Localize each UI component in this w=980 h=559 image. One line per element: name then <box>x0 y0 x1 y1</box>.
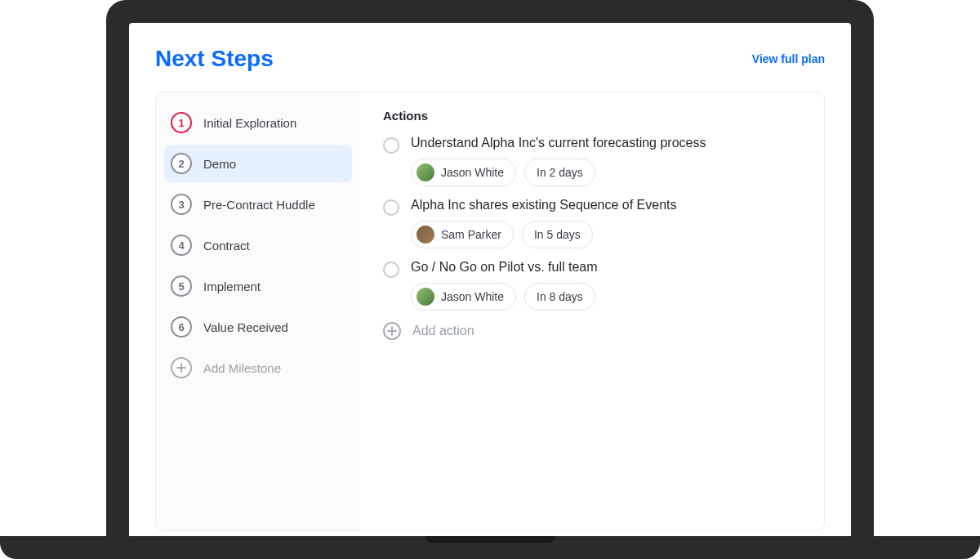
action-body: Understand Alpha Inc's current forecasti… <box>411 136 801 186</box>
plus-icon <box>171 357 192 378</box>
due-chip[interactable]: In 8 days <box>524 283 595 311</box>
milestone-label: Value Received <box>203 320 288 334</box>
action-title: Alpha Inc shares existing Sequence of Ev… <box>411 198 801 212</box>
laptop-bezel: Next Steps View full plan 1Initial Explo… <box>106 0 874 539</box>
action-item: Understand Alpha Inc's current forecasti… <box>383 136 801 186</box>
milestone-label: Demo <box>203 157 236 171</box>
milestone-label: Initial Exploration <box>203 116 296 130</box>
plan-panel: 1Initial Exploration2Demo3Pre-Contract H… <box>155 92 825 531</box>
due-chip[interactable]: In 2 days <box>524 159 595 186</box>
actions-panel: Actions Understand Alpha Inc's current f… <box>360 92 824 530</box>
milestone-item-5[interactable]: 5Implement <box>164 267 352 305</box>
add-action-button[interactable]: Add action <box>383 322 801 340</box>
action-title: Understand Alpha Inc's current forecasti… <box>411 136 801 150</box>
page-title: Next Steps <box>155 46 274 72</box>
milestone-number-badge: 5 <box>171 275 192 297</box>
milestone-number-badge: 6 <box>171 316 192 338</box>
milestone-item-1[interactable]: 1Initial Exploration <box>164 104 352 141</box>
action-body: Alpha Inc shares existing Sequence of Ev… <box>411 198 801 248</box>
milestone-item-2[interactable]: 2Demo <box>164 145 352 182</box>
add-milestone-label: Add Milestone <box>203 361 281 375</box>
action-item: Go / No Go on Pilot vs. full teamJason W… <box>383 260 801 311</box>
action-chips: Sam ParkerIn 5 days <box>411 221 801 248</box>
header: Next Steps View full plan <box>155 46 825 72</box>
assignee-name: Jason White <box>441 290 504 303</box>
assignee-chip[interactable]: Jason White <box>411 159 516 186</box>
action-title: Go / No Go on Pilot vs. full team <box>411 260 801 275</box>
avatar <box>416 163 434 181</box>
app-screen: Next Steps View full plan 1Initial Explo… <box>129 23 851 539</box>
milestone-label: Contract <box>203 239 250 253</box>
view-full-plan-link[interactable]: View full plan <box>752 52 825 65</box>
assignee-chip[interactable]: Sam Parker <box>411 221 514 248</box>
laptop-notch <box>425 536 555 543</box>
milestone-item-4[interactable]: 4Contract <box>164 226 352 264</box>
plus-icon <box>383 322 401 340</box>
milestone-number-badge: 2 <box>171 153 192 174</box>
action-checkbox[interactable] <box>383 262 399 278</box>
action-body: Go / No Go on Pilot vs. full teamJason W… <box>411 260 801 311</box>
due-chip[interactable]: In 5 days <box>522 221 593 248</box>
action-chips: Jason WhiteIn 8 days <box>411 283 801 311</box>
actions-list: Understand Alpha Inc's current forecasti… <box>383 136 801 311</box>
assignee-name: Sam Parker <box>441 228 501 241</box>
action-checkbox[interactable] <box>383 137 399 154</box>
milestone-item-3[interactable]: 3Pre-Contract Huddle <box>164 186 352 223</box>
action-item: Alpha Inc shares existing Sequence of Ev… <box>383 198 801 248</box>
action-checkbox[interactable] <box>383 199 399 216</box>
add-milestone-button[interactable]: Add Milestone <box>164 349 352 387</box>
assignee-name: Jason White <box>441 166 504 179</box>
actions-heading: Actions <box>383 109 801 123</box>
assignee-chip[interactable]: Jason White <box>411 283 516 311</box>
milestone-label: Implement <box>203 280 261 293</box>
avatar <box>416 288 434 306</box>
milestone-label: Pre-Contract Huddle <box>203 198 315 212</box>
action-chips: Jason WhiteIn 2 days <box>411 159 801 186</box>
milestone-number-badge: 4 <box>171 235 192 256</box>
add-action-label: Add action <box>412 324 474 338</box>
milestone-item-6[interactable]: 6Value Received <box>164 308 352 346</box>
avatar <box>416 226 434 244</box>
milestone-number-badge: 3 <box>171 194 192 215</box>
milestone-number-badge: 1 <box>171 112 192 133</box>
milestone-sidebar: 1Initial Exploration2Demo3Pre-Contract H… <box>156 92 360 530</box>
